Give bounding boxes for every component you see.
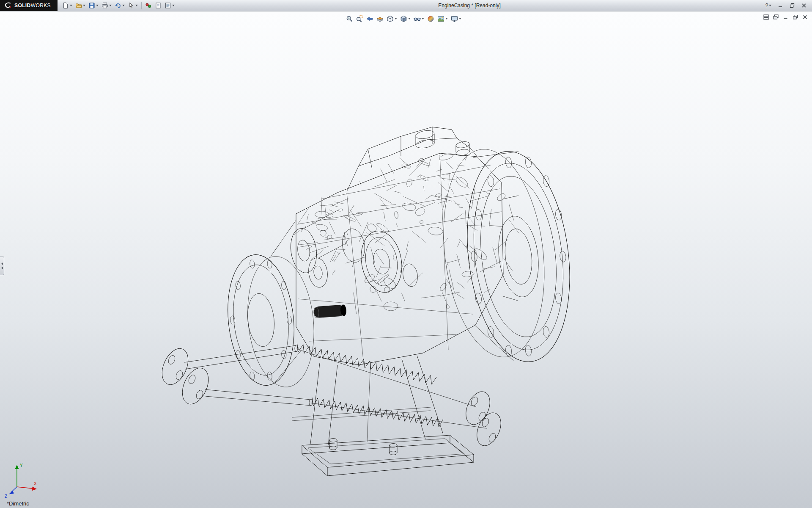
document-window-controls: [762, 14, 809, 21]
dropdown-caret[interactable]: [395, 18, 397, 19]
appearance-ball-icon: [427, 15, 434, 22]
options-sheet-icon: [165, 2, 171, 9]
quick-access-toolbar: [58, 0, 176, 11]
help-label: ?: [765, 3, 768, 8]
x-axis[interactable]: [17, 487, 33, 489]
z-axis-label: Z: [5, 494, 7, 499]
new-document-button[interactable]: [61, 1, 74, 11]
dropdown-caret[interactable]: [96, 5, 99, 6]
eyeglasses-icon: [414, 15, 421, 22]
previous-view-button[interactable]: [365, 14, 374, 23]
close-button[interactable]: [798, 1, 809, 10]
cascade-windows-button[interactable]: [772, 14, 780, 21]
open-button[interactable]: [74, 1, 87, 11]
orientation-triad[interactable]: Y X Z: [3, 460, 41, 499]
hide-show-items-button[interactable]: [413, 14, 425, 23]
section-view-button[interactable]: [376, 14, 384, 23]
display-style-cube-icon: [400, 15, 407, 22]
y-axis-label: Y: [20, 463, 23, 468]
help-button[interactable]: ?: [763, 1, 774, 10]
print-icon: [102, 2, 108, 9]
apply-scene-button[interactable]: [436, 14, 449, 23]
new-document-icon: [62, 2, 69, 9]
dropdown-caret[interactable]: [135, 5, 138, 6]
solidworks-logo: SOLIDWORKS: [0, 0, 58, 11]
dropdown-caret[interactable]: [459, 18, 461, 19]
dropdown-caret[interactable]: [769, 5, 771, 6]
brand-text: SOLIDWORKS: [14, 3, 51, 8]
panel-collapse-tab[interactable]: [0, 257, 4, 275]
scene-icon: [437, 15, 444, 22]
options-sheet-button[interactable]: [163, 1, 176, 11]
dropdown-caret[interactable]: [70, 5, 72, 6]
edit-appearance-button[interactable]: [426, 14, 435, 23]
minimize-icon: [778, 3, 783, 8]
select-button[interactable]: [126, 1, 139, 11]
dropdown-caret[interactable]: [445, 18, 448, 19]
file-properties-icon: [155, 2, 162, 9]
appearance-beads-icon: [145, 2, 152, 9]
dropdown-caret[interactable]: [109, 5, 112, 6]
zoom-to-fit-button[interactable]: [345, 14, 354, 23]
appearance-beads-button[interactable]: [144, 1, 153, 11]
undo-button[interactable]: [113, 1, 126, 11]
close-document-button[interactable]: [801, 14, 809, 21]
chevron-left-icon: [1, 267, 3, 269]
dropdown-caret[interactable]: [422, 18, 424, 19]
restore-button[interactable]: [787, 1, 798, 10]
chevron-left-icon: [1, 262, 3, 265]
view-orientation-cube-icon: [387, 15, 394, 22]
restore-document-icon: [793, 14, 798, 20]
dropdown-caret[interactable]: [408, 18, 411, 19]
minimize-button[interactable]: [775, 1, 786, 10]
brand-solid: SOLID: [14, 3, 31, 8]
open-icon: [75, 2, 82, 9]
titlebar: SOLIDWORKS: [0, 0, 812, 11]
zoom-to-area-button[interactable]: [355, 14, 364, 23]
window-controls: ?: [763, 0, 812, 11]
heads-up-view-toolbar: [345, 14, 462, 23]
z-axis-arrowhead: [9, 491, 14, 494]
zoom-to-area-icon: [356, 15, 363, 22]
view-settings-button[interactable]: [450, 14, 462, 23]
zoom-to-fit-icon: [346, 15, 353, 22]
toolbar-separator: [141, 2, 142, 9]
y-axis-arrowhead: [15, 465, 19, 469]
display-style-button[interactable]: [399, 14, 411, 23]
restore-icon: [790, 3, 795, 8]
view-orientation-label: *Dimetric: [7, 500, 29, 507]
view-orientation-button[interactable]: [386, 14, 398, 23]
brand-works: WORKS: [31, 3, 51, 8]
save-button[interactable]: [87, 1, 100, 11]
file-properties-button[interactable]: [154, 1, 163, 11]
select-cursor-icon: [128, 2, 134, 9]
tile-windows-icon: [763, 14, 769, 20]
section-view-icon: [376, 15, 384, 22]
previous-view-icon: [366, 15, 373, 22]
dropdown-caret[interactable]: [172, 5, 175, 6]
tile-windows-button[interactable]: [762, 14, 770, 21]
window-title: EngineCasing * [Read-only]: [176, 0, 763, 11]
cascade-windows-icon: [773, 14, 779, 20]
print-button[interactable]: [100, 1, 113, 11]
restore-document-button[interactable]: [791, 14, 799, 21]
x-axis-arrowhead: [32, 487, 37, 491]
monitor-icon: [451, 15, 458, 22]
minimize-document-icon: [783, 14, 788, 20]
close-document-icon: [802, 14, 808, 20]
minimize-document-button[interactable]: [782, 14, 790, 21]
save-icon: [88, 2, 95, 9]
graphics-viewport[interactable]: Y X Z *Dimetric: [0, 11, 812, 508]
dassault-swirl-icon: [4, 2, 12, 9]
engine-casing-wireframe-model[interactable]: [0, 11, 812, 508]
dropdown-caret[interactable]: [83, 5, 85, 6]
close-icon: [801, 3, 807, 8]
dropdown-caret[interactable]: [122, 5, 125, 6]
x-axis-label: X: [34, 481, 37, 486]
undo-icon: [115, 2, 121, 9]
